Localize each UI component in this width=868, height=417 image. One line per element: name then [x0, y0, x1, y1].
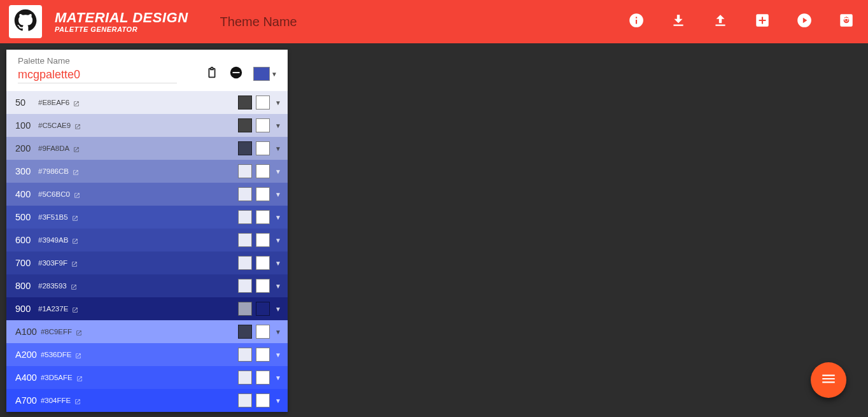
- bg-color-swatch[interactable]: [256, 210, 270, 224]
- open-link-icon[interactable]: [71, 283, 77, 289]
- row-menu-button[interactable]: ▼: [274, 99, 283, 106]
- palette-row: 500#3F51B5▼: [6, 206, 288, 229]
- palette-row: 200#9FA8DA▼: [6, 137, 288, 160]
- bg-color-swatch[interactable]: [256, 118, 270, 132]
- github-link[interactable]: [9, 5, 42, 38]
- row-menu-button[interactable]: ▼: [274, 191, 283, 198]
- palette-row: 600#3949AB▼: [6, 229, 288, 251]
- open-link-icon[interactable]: [72, 214, 78, 220]
- row-tools: ▼: [238, 118, 283, 132]
- theme-name-input[interactable]: [220, 15, 475, 29]
- info-button[interactable]: [627, 13, 645, 31]
- row-menu-button[interactable]: ▼: [274, 351, 283, 358]
- settings-button[interactable]: [837, 13, 855, 31]
- text-color-swatch[interactable]: [238, 141, 252, 155]
- app-header: MATERIAL DESIGN PALETTE GENERATOR: [0, 0, 868, 43]
- text-color-swatch[interactable]: [238, 95, 252, 110]
- text-color-swatch[interactable]: [238, 210, 252, 224]
- row-menu-button[interactable]: ▼: [274, 122, 283, 129]
- shade-label: 900: [15, 304, 34, 314]
- row-tools: ▼: [238, 325, 283, 339]
- shade-label: A200: [15, 350, 37, 360]
- text-color-swatch[interactable]: [238, 302, 252, 316]
- text-color-swatch[interactable]: [238, 164, 252, 178]
- row-tools: ▼: [238, 233, 283, 247]
- shade-label: 600: [15, 235, 34, 245]
- row-menu-button[interactable]: ▼: [274, 397, 283, 404]
- bg-color-swatch[interactable]: [256, 371, 270, 385]
- row-menu-button[interactable]: ▼: [274, 283, 283, 290]
- open-link-icon[interactable]: [76, 329, 82, 335]
- copy-palette-button[interactable]: [205, 67, 219, 81]
- remove-palette-button[interactable]: [229, 67, 243, 81]
- row-menu-button[interactable]: ▼: [274, 168, 283, 175]
- hex-label: #7986CB: [38, 167, 69, 175]
- upload-button[interactable]: [711, 13, 729, 31]
- palette-rows: 50#E8EAF6▼100#C5CAE9▼200#9FA8DA▼300#7986…: [6, 91, 288, 412]
- palette-row: A400#3D5AFE▼: [6, 366, 288, 389]
- text-color-swatch[interactable]: [238, 325, 252, 339]
- bg-color-swatch[interactable]: [256, 302, 270, 316]
- bg-color-swatch[interactable]: [256, 141, 270, 155]
- open-link-icon[interactable]: [76, 374, 83, 381]
- text-color-swatch[interactable]: [238, 187, 252, 201]
- row-tools: ▼: [238, 256, 283, 270]
- text-color-swatch[interactable]: [238, 279, 252, 293]
- bg-color-swatch[interactable]: [256, 187, 270, 201]
- brand-title: MATERIAL DESIGN: [55, 11, 188, 25]
- open-link-icon[interactable]: [73, 168, 79, 174]
- fab-menu-button[interactable]: [811, 362, 846, 398]
- row-menu-button[interactable]: ▼: [274, 214, 283, 221]
- bg-color-swatch[interactable]: [256, 95, 270, 110]
- bg-color-swatch[interactable]: [256, 279, 270, 293]
- bg-color-swatch[interactable]: [256, 164, 270, 178]
- text-color-swatch[interactable]: [238, 371, 252, 385]
- open-link-icon[interactable]: [71, 260, 78, 266]
- open-link-icon[interactable]: [72, 306, 78, 312]
- brand-subtitle: PALETTE GENERATOR: [55, 26, 188, 33]
- text-color-swatch[interactable]: [238, 118, 252, 132]
- bg-color-swatch[interactable]: [256, 233, 270, 247]
- open-link-icon[interactable]: [73, 99, 80, 106]
- row-menu-button[interactable]: ▼: [274, 374, 283, 381]
- menu-icon: [820, 371, 837, 390]
- palette-row: 800#283593▼: [6, 274, 288, 297]
- shade-label: A700: [15, 395, 37, 406]
- open-link-icon[interactable]: [72, 237, 78, 243]
- palette-row: 700#303F9F▼: [6, 251, 288, 274]
- row-tools: ▼: [238, 187, 283, 201]
- bg-color-swatch[interactable]: [256, 256, 270, 270]
- row-tools: ▼: [238, 210, 283, 224]
- open-link-icon[interactable]: [75, 351, 81, 358]
- bg-color-swatch[interactable]: [256, 325, 270, 339]
- bg-color-swatch[interactable]: [256, 393, 270, 407]
- shade-label: 800: [15, 281, 34, 291]
- header-actions: [627, 13, 855, 31]
- hex-label: #283593: [38, 282, 67, 290]
- bg-color-swatch[interactable]: [256, 348, 270, 362]
- palette-name-input[interactable]: [18, 67, 177, 83]
- row-menu-button[interactable]: ▼: [274, 145, 283, 152]
- add-palette-button[interactable]: [753, 13, 771, 31]
- demo-button[interactable]: [795, 13, 813, 31]
- text-color-swatch[interactable]: [238, 256, 252, 270]
- row-menu-button[interactable]: ▼: [274, 329, 283, 336]
- row-tools: ▼: [238, 371, 283, 385]
- download-button[interactable]: [669, 13, 687, 31]
- text-color-swatch[interactable]: [238, 233, 252, 247]
- shade-label: 50: [15, 97, 34, 108]
- open-link-icon[interactable]: [74, 122, 81, 129]
- hex-label: #9FA8DA: [38, 145, 69, 152]
- text-color-swatch[interactable]: [238, 393, 252, 407]
- row-menu-button[interactable]: ▼: [274, 306, 283, 313]
- palette-row: 900#1A237E▼: [6, 297, 288, 320]
- row-menu-button[interactable]: ▼: [274, 237, 283, 244]
- base-color-picker[interactable]: ▼: [253, 67, 277, 81]
- open-link-icon[interactable]: [74, 191, 80, 197]
- open-link-icon[interactable]: [73, 145, 80, 152]
- text-color-swatch[interactable]: [238, 348, 252, 362]
- open-link-icon[interactable]: [74, 397, 81, 404]
- row-menu-button[interactable]: ▼: [274, 260, 283, 267]
- hex-label: #536DFE: [41, 351, 72, 358]
- shade-label: 100: [15, 120, 34, 131]
